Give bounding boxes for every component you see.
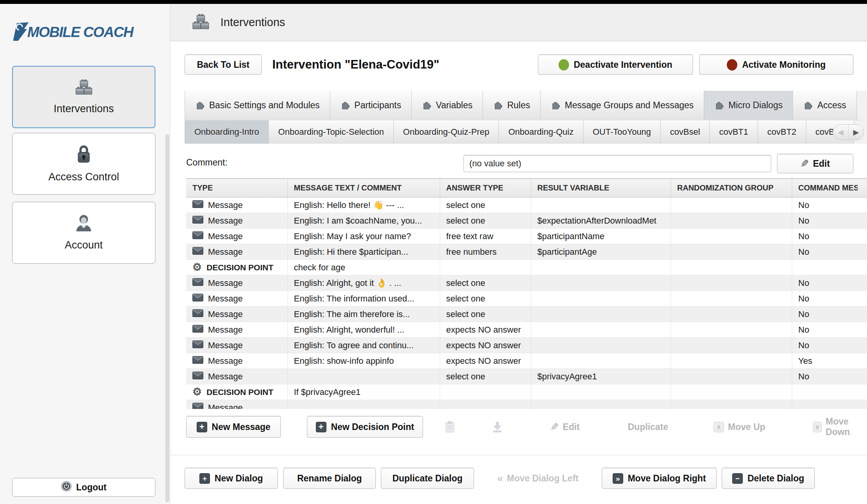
move-dialog-right-button[interactable]: »Move Dialog Right — [602, 468, 717, 489]
sidebar-item-account[interactable]: Account — [12, 202, 155, 264]
tab-variables[interactable]: Variables — [412, 91, 483, 120]
mobilecoach-logo-text: MOBILE COACH — [27, 24, 133, 41]
deactivate-intervention-button[interactable]: Deactivate Intervention — [538, 55, 693, 75]
tab-access[interactable]: Access — [793, 91, 856, 120]
comment-value-field[interactable]: (no value set) — [463, 155, 771, 172]
row-randomization-group — [671, 275, 792, 291]
active-status-dot-icon — [559, 59, 569, 70]
row-message-text: English: To agree and continu... — [287, 338, 440, 353]
table-row[interactable]: ⚙DECISION POINTIf $privacyAgree1 — [186, 384, 867, 400]
row-answer-type: free text raw — [440, 229, 531, 244]
tab-rules[interactable]: Rules — [483, 91, 541, 120]
dialog-tab-onboarding-intro[interactable]: Onboarding-Intro — [185, 120, 269, 144]
sidebar-item-label: Account — [65, 239, 103, 251]
row-message-text: English: Alright, wonderful! ... — [287, 322, 440, 338]
table-row[interactable]: Message — [186, 400, 867, 409]
column-header-label: RANDOMIZATION GROUP — [677, 183, 792, 192]
rename-dialog-button[interactable]: Rename Dialog — [283, 468, 376, 489]
column-header-answer-type[interactable]: ANSWER TYPE — [440, 179, 531, 197]
row-type: ⚙DECISION POINT — [192, 262, 287, 273]
duplicate-dialog-button[interactable]: Duplicate Dialog — [381, 468, 474, 489]
table-row[interactable]: MessageEnglish: Hello there! 👋 --- ...se… — [186, 197, 867, 213]
tab-basic-settings-and-modules[interactable]: Basic Settings and Modules — [185, 91, 330, 120]
envelope-icon — [192, 325, 203, 333]
table-row[interactable]: MessageEnglish: Hi there $participan...f… — [186, 244, 867, 260]
row-randomization-group — [671, 400, 792, 409]
table-row[interactable]: Messageselect one$privacyAgree1No — [186, 369, 867, 384]
table-row[interactable]: MessageEnglish: The aim therefore is...s… — [186, 307, 867, 322]
row-answer-type: select one — [440, 275, 531, 291]
row-message-text: English: I am $coachName, you... — [287, 213, 440, 229]
row-command-message: No — [792, 291, 867, 307]
sidebar-item-interventions[interactable]: Interventions — [12, 66, 155, 128]
tab-label: Participants — [354, 100, 401, 111]
sidebar-item-label: Interventions — [54, 103, 114, 115]
new-decision-point-button[interactable]: + New Decision Point — [307, 416, 423, 438]
envelope-icon — [192, 278, 203, 288]
row-type-label: Message — [208, 356, 243, 366]
column-header-randomization-group[interactable]: RANDOMIZATION GROUP — [671, 179, 792, 197]
dialog-tab-covbt2[interactable]: covBT2 — [758, 120, 806, 144]
table-header-row: TYPEMESSAGE TEXT / COMMENTANSWER TYPERES… — [186, 179, 867, 197]
table-row[interactable]: ⚙DECISION POINTcheck for age — [186, 260, 867, 275]
table-row[interactable]: MessageEnglish: show-info appinfoexpects… — [186, 353, 867, 369]
envelope-icon — [192, 231, 203, 241]
column-header-result-variable[interactable]: RESULT VARIABLE — [531, 179, 671, 197]
activate-monitoring-button[interactable]: Activate Monitoring — [699, 55, 853, 75]
row-answer-type — [440, 384, 531, 400]
scroll-tabs-right-button[interactable]: ▶ — [849, 128, 864, 137]
sidebar-scrollbar[interactable] — [166, 134, 169, 502]
tab-participants[interactable]: Participants — [330, 91, 412, 120]
scroll-tabs-left-button[interactable]: ◀ — [833, 128, 848, 137]
tab-message-groups-and-messages[interactable]: Message Groups and Messages — [541, 91, 704, 120]
section-divider — [170, 455, 867, 455]
row-command-message: No — [792, 229, 867, 244]
row-message-text: English: May I ask your name? — [287, 229, 440, 244]
new-dialog-button[interactable]: +New Dialog — [185, 468, 278, 489]
envelope-icon — [192, 200, 203, 208]
delete-dialog-button[interactable]: −Delete Dialog — [722, 468, 815, 489]
row-message-text: English: show-info appinfo — [287, 353, 440, 369]
back-to-list-button[interactable]: Back To List — [185, 55, 262, 75]
row-type: Message — [192, 294, 287, 304]
row-message-text: English: Alright, got it 👌 . ... — [287, 275, 440, 291]
comment-edit-button[interactable]: ✎ Edit — [777, 154, 853, 173]
dialog-tab-onboarding-topic-selection[interactable]: Onboarding-Topic-Selection — [269, 120, 394, 144]
column-header-message-text-comment[interactable]: MESSAGE TEXT / COMMENT — [287, 179, 440, 197]
new-message-button[interactable]: + New Message — [186, 416, 281, 438]
table-row[interactable]: MessageEnglish: I am $coachName, you...s… — [186, 213, 867, 229]
minus-icon: − — [732, 473, 743, 484]
row-message-text: English: Hi there $participan... — [287, 244, 440, 260]
type-cell: Message — [186, 400, 287, 409]
column-header-command-message[interactable]: COMMAND MESSAGE — [792, 179, 867, 197]
envelope-icon — [192, 403, 203, 409]
plus-icon: + — [199, 473, 210, 484]
type-cell: Message — [186, 229, 287, 244]
column-header-type[interactable]: TYPE — [186, 179, 287, 197]
plus-icon: + — [197, 422, 207, 432]
row-type: Message — [192, 340, 287, 351]
dialog-tab-covbt1[interactable]: covBT1 — [710, 120, 758, 144]
envelope-icon — [192, 309, 203, 319]
row-type-label: Message — [208, 247, 243, 257]
table-row[interactable]: MessageEnglish: Alright, wonderful! ...e… — [186, 322, 867, 338]
row-result-variable: $participantName — [531, 229, 671, 244]
chevron-down-icon: ∨ — [813, 422, 822, 432]
table-row[interactable]: MessageEnglish: To agree and continu...e… — [186, 338, 867, 353]
envelope-icon — [192, 340, 203, 348]
dialog-tab-out-tooyoung[interactable]: OUT-TooYoung — [583, 120, 661, 144]
dialog-tab-onboarding-quiz[interactable]: Onboarding-Quiz — [499, 120, 583, 144]
column-header-label: RESULT VARIABLE — [537, 183, 671, 192]
dialog-action-label: Move Dialog Right — [628, 473, 706, 484]
table-row[interactable]: MessageEnglish: The information used...s… — [186, 291, 867, 307]
row-randomization-group — [671, 197, 792, 213]
table-row[interactable]: MessageEnglish: Alright, got it 👌 . ...s… — [186, 275, 867, 291]
type-cell: Message — [186, 353, 287, 369]
tab-micro-dialogs[interactable]: Micro Dialogs — [704, 91, 793, 120]
dialog-tab-covbsel[interactable]: covBsel — [661, 120, 710, 144]
sidebar-item-access-control[interactable]: Access Control — [12, 133, 155, 195]
dialog-tab-onboarding-quiz-prep[interactable]: Onboarding-Quiz-Prep — [394, 120, 499, 144]
table-row[interactable]: MessageEnglish: May I ask your name?free… — [186, 229, 867, 244]
logout-button[interactable]: Logout — [12, 478, 155, 497]
tab-label: Rules — [507, 100, 530, 111]
